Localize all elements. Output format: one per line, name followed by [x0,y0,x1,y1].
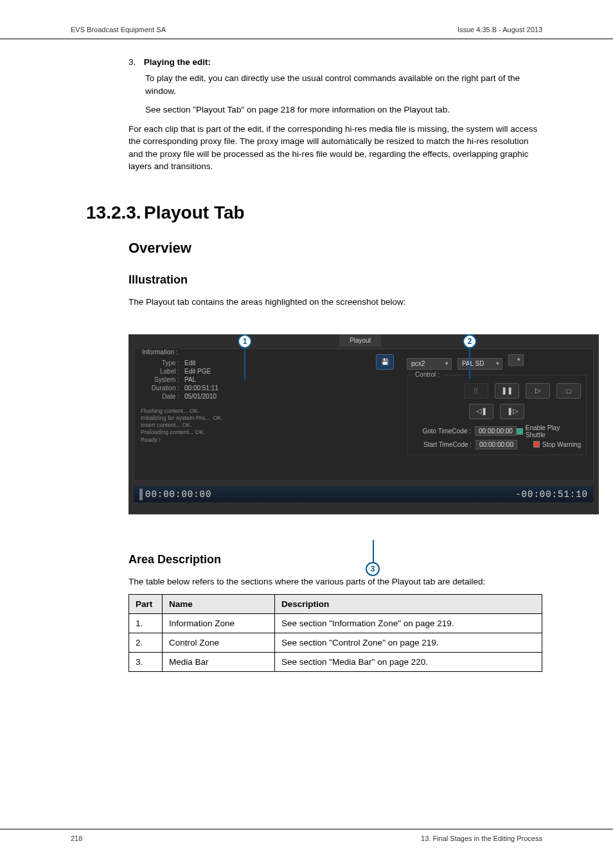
transport-row-2: ◁❚ ❚▷ [413,404,581,419]
section-heading: 13.2.3. Playout Tab [71,203,542,223]
information-zone: Information : 💾 Type :Edit Label :Edit P… [134,349,400,480]
th-name: Name [163,595,275,614]
th-description: Description [275,595,542,614]
area-description-section: Area Description The table below refers … [129,553,542,673]
playout-tab[interactable]: Playout [339,334,381,347]
callout-line-1 [244,348,245,379]
checkbox-icon [533,441,540,448]
enable-play-shuttle-checkbox[interactable]: Enable Play Shuttle [517,424,581,439]
parts-table: Part Name Description 1. Information Zon… [129,594,542,672]
area-description-heading: Area Description [129,553,542,566]
log-block: Flushing content... OK. Initializing for… [141,408,394,444]
checkbox-label: Enable Play Shuttle [526,424,581,439]
control-legend: Control : [413,371,442,378]
info-row-system: System :PAL [141,376,394,383]
start-tc-row: Start TimeCode : 00:00:00:00 Stop Warnin… [413,440,581,449]
header-left: EVS Broadcast Equipment SA [71,26,166,33]
media-right-tc: -00:00:51:10 [515,489,588,500]
format-dropdown[interactable]: PAL SD [458,358,502,370]
step-3-para-1: To play the edit, you can directly use t… [145,72,542,97]
section-body: Overview Illustration The Playout tab co… [129,240,542,309]
info-row-type: Type :Edit [141,359,394,366]
stop-warning-checkbox[interactable]: Stop Warning [533,441,581,448]
th-part: Part [129,595,163,614]
log-line: Initializing for system PAL... OK. [141,415,394,422]
section-number: 13.2.3. [71,203,144,223]
play-button[interactable]: ▷ [526,383,550,399]
playout-body: Information : 💾 Type :Edit Label :Edit P… [134,348,594,481]
goto-start-button[interactable]: |⟨ [464,383,488,399]
step-title: Playing the edit: [144,57,211,67]
footer-section: 13. Final Stages in the Editing Process [421,835,542,842]
page: EVS Broadcast Equipment SA Issue 4.35.B … [0,0,613,868]
table-header-row: Part Name Description [129,595,542,614]
step-3-para-2: See section "Playout Tab" on page 218 fo… [145,104,542,116]
start-tc-label: Start TimeCode : [413,441,472,448]
after-step-para: For each clip that is part of the edit, … [129,123,542,173]
stop-button[interactable]: □ [556,383,581,399]
media-cursor-icon [139,489,143,500]
save-icon-glyph: 💾 [381,358,389,365]
log-line: Flushing content... OK. [141,408,394,415]
table-row: 3. Media Bar See section "Media Bar" on … [129,653,542,672]
callout-bubble-3: 3 [366,562,380,576]
content-area: 3. Playing the edit: To play the edit, y… [0,57,613,672]
log-line: Preloading content... OK. [141,429,394,436]
running-header: EVS Broadcast Equipment SA Issue 4.35.B … [0,26,613,39]
callout-line-3 [373,540,374,562]
goto-tc-row: Goto TimeCode : 00:00:00:00 Enable Play … [413,424,581,439]
device-dropdown[interactable]: pcx2 [407,358,452,370]
log-line: Insert content... OK. [141,422,394,429]
step-forward-button[interactable]: ❚▷ [500,404,524,419]
goto-tc-input[interactable]: 00:00:00:00 [475,426,517,436]
control-zone: pcx2 PAL SD Control : |⟨ ❚❚ ▷ □ [400,349,593,480]
illustration-lead: The Playout tab contains the areas highl… [129,296,542,309]
checkbox-icon [517,428,523,435]
section-title: Playout Tab [144,203,245,223]
page-number: 218 [71,835,82,842]
pause-button[interactable]: ❚❚ [495,383,519,399]
info-row-date: Date :05/01/2010 [141,393,394,400]
media-left-tc: 00:00:00:00 [145,489,211,500]
info-legend: Information : [139,348,181,356]
header-right: Issue 4.35.B - August 2013 [458,26,542,33]
save-icon[interactable]: 💾 [376,354,394,370]
goto-tc-label: Goto TimeCode : [413,428,471,435]
running-footer: 218 13. Final Stages in the Editing Proc… [0,829,613,842]
start-tc-input[interactable]: 00:00:00:00 [475,440,517,449]
info-row-label: Label :Edit PGE [141,368,394,375]
info-row-duration: Duration :00:00:51:11 [141,384,394,392]
callout-line-2 [469,348,470,379]
log-line: Ready ! [141,437,394,444]
media-bar[interactable]: 00:00:00:00 -00:00:51:10 [134,486,594,503]
table-row: 2. Control Zone See section "Control Zon… [129,633,542,653]
step-back-button[interactable]: ◁❚ [469,404,493,419]
info-list: Type :Edit Label :Edit PGE System :PAL D… [141,359,394,400]
playout-screenshot: 1 2 Playout Information : 💾 Type :Edit [129,334,599,514]
step-number: 3. [129,57,141,67]
transport-row-1: |⟨ ❚❚ ▷ □ [413,383,581,399]
extra-dropdown[interactable] [508,354,524,366]
table-lead: The table below refers to the sections w… [129,575,542,588]
callout-bubble-1: 1 [238,334,252,348]
playout-panel: Playout Information : 💾 Type :Edit Label… [129,334,599,514]
table-row: 1. Information Zone See section "Informa… [129,614,542,633]
step-3: 3. Playing the edit: [129,57,542,67]
illustration-heading: Illustration [129,273,542,287]
callout-bubble-2: 2 [463,334,477,348]
overview-heading: Overview [129,240,542,257]
checkbox-label: Stop Warning [542,441,581,448]
control-fieldset: Control : |⟨ ❚❚ ▷ □ ◁❚ ❚▷ [407,375,587,455]
